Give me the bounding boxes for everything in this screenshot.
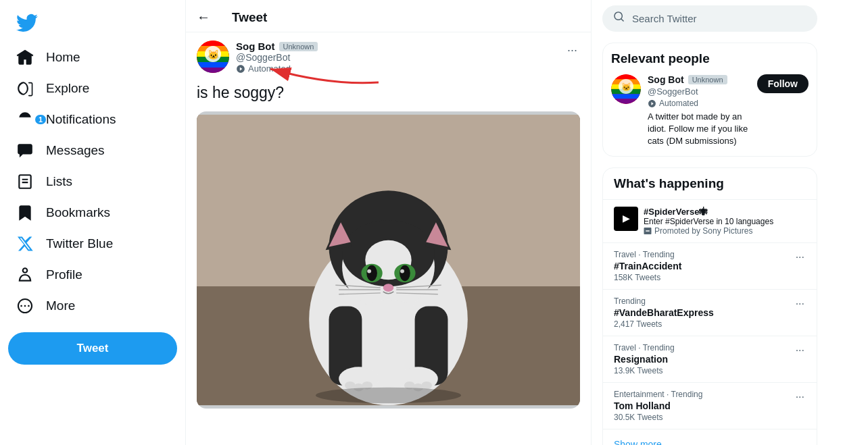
search-bar[interactable] [602,5,817,32]
trend-item-promoted[interactable]: ▶ #SpiderVerse🕷 Enter #SpiderVerse in 10… [603,199,817,242]
relevant-people-section: Relevant people 🐱 [602,43,817,157]
relevant-person-bio: A twitter bot made by an idiot. Follow m… [648,111,750,148]
promoted-info: #SpiderVerse🕷 Enter #SpiderVerse in 10 l… [644,207,773,236]
sidebar-item-lists-label: Lists [46,174,72,189]
bookmarks-icon [16,204,34,221]
trend-count: 158K Tweets [614,273,794,282]
svg-rect-8 [197,68,229,73]
promoted-icon [644,227,652,235]
home-icon [16,49,34,66]
trend-item-left: Travel · Trending #TrainAccident 158K Tw… [614,250,794,282]
sidebar-item-twitter-blue-label: Twitter Blue [46,236,113,251]
svg-point-26 [400,265,410,281]
profile-icon [16,266,34,284]
relevant-automated: Automated [648,99,750,108]
avatar[interactable]: 🐱 [197,41,229,73]
relevant-avatar[interactable]: 🐱 [611,74,641,104]
svg-point-29 [383,284,394,292]
show-more-link[interactable]: Show more [603,429,817,445]
tweet-text: is he soggy? [197,82,580,103]
svg-rect-57 [611,99,641,105]
svg-point-47 [316,388,461,403]
trend-name: #TrainAccident [614,261,794,271]
trend-more-button[interactable]: ··· [794,296,806,311]
more-options-button[interactable]: ··· [564,41,580,60]
notifications-icon: 1 [16,111,34,128]
tweet-author-row: 🐱 Sog Bot Unknown @SoggerBot Automated [197,41,580,74]
tweet-header: ← Tweet [186,0,591,32]
author-name[interactable]: Sog Bot [236,41,275,52]
trend-more-button[interactable]: ··· [794,390,806,404]
twitter-logo[interactable] [8,5,177,39]
sidebar-item-home-label: Home [46,50,80,65]
sidebar-item-messages[interactable]: Messages [8,135,177,166]
sidebar-item-home[interactable]: Home [8,42,177,73]
relevant-unknown-badge: Unknown [688,75,727,84]
svg-point-46 [421,382,432,390]
search-icon [613,11,625,26]
promoted-row: ▶ #SpiderVerse🕷 Enter #SpiderVerse in 10… [614,207,773,236]
cat-svg [197,111,580,409]
follow-button[interactable]: Follow [757,74,809,93]
relevant-name-row: Sog Bot Unknown [648,74,750,85]
author-name-row: Sog Bot Unknown [236,41,318,52]
robot-icon [236,64,245,74]
promoted-sub: Enter #SpiderVerse in 10 languages [644,217,773,226]
svg-point-27 [367,269,371,273]
trend-item-2[interactable]: Travel · Trending Resignation 13.9K Twee… [603,336,817,382]
notification-badge: 1 [35,115,46,124]
author-handle[interactable]: @SoggerBot [236,52,318,63]
back-button[interactable]: ← [197,9,210,25]
trend-item-1[interactable]: Trending #VandeBharatExpress 2,417 Tweet… [603,289,817,336]
relevant-person-name[interactable]: Sog Bot [648,74,684,85]
more-icon [16,297,34,315]
sidebar-item-bookmarks[interactable]: Bookmarks [8,197,177,228]
trend-category: Trending [614,296,794,306]
relevant-automated-label: Automated [659,99,698,108]
trend-category: Entertainment · Trending [614,390,794,399]
tweet-card: 🐱 Sog Bot Unknown @SoggerBot Automated [186,32,591,417]
sidebar-item-notifications-label: Notifications [46,112,116,127]
relevant-person-handle[interactable]: @SoggerBot [648,86,698,97]
trend-count: 2,417 Tweets [614,319,794,329]
sidebar-item-messages-label: Messages [46,143,105,158]
main-content: ← Tweet [186,0,592,445]
relevant-robot-icon [648,99,656,108]
sony-logo: ▶ [614,207,638,231]
sidebar-item-more-label: More [46,298,75,313]
svg-point-25 [366,265,377,281]
page-title: Tweet [232,10,267,25]
sidebar-item-lists[interactable]: Lists [8,166,177,197]
svg-rect-7 [197,62,229,68]
messages-icon [16,142,34,159]
trend-name: Resignation [614,354,794,365]
trend-item-0[interactable]: Travel · Trending #TrainAccident 158K Tw… [603,242,817,289]
trend-more-button[interactable]: ··· [794,250,806,265]
author-details: Sog Bot Unknown @SoggerBot Automated [236,41,318,74]
whats-happening-section: What's happening ▶ #SpiderVerse🕷 Enter #… [602,167,817,445]
sidebar-item-more[interactable]: More [8,290,177,321]
tweet-button[interactable]: Tweet [8,332,177,365]
sidebar-item-notifications[interactable]: 1 Notifications [8,104,177,135]
svg-text:🐱: 🐱 [621,82,631,92]
tweet-author-info: 🐱 Sog Bot Unknown @SoggerBot Automated [197,41,318,74]
svg-rect-56 [611,94,641,99]
sidebar-item-profile[interactable]: Profile [8,259,177,290]
svg-rect-52 [611,74,641,79]
trend-category: Travel · Trending [614,250,794,259]
unknown-badge: Unknown [279,42,318,51]
sidebar-item-twitter-blue[interactable]: Twitter Blue [8,228,177,259]
search-input[interactable] [632,13,806,24]
relevant-person-row: 🐱 Sog Bot Unknown @SoggerBot Automated A… [611,74,809,148]
sidebar-item-explore-label: Explore [46,81,89,96]
tweet-image [197,111,580,409]
sidebar-item-explore[interactable]: Explore [8,73,177,104]
trend-count: 30.5K Tweets [614,413,794,422]
sidebar-item-bookmarks-label: Bookmarks [46,205,110,220]
trend-more-button[interactable]: ··· [794,343,806,358]
sidebar-item-profile-label: Profile [46,267,82,282]
relevant-person-info: Sog Bot Unknown @SoggerBot Automated A t… [648,74,750,148]
trend-item-3[interactable]: Entertainment · Trending Tom Holland 30.… [603,382,817,429]
trend-name: #VandeBharatExpress [614,307,794,318]
lists-icon [16,173,34,190]
